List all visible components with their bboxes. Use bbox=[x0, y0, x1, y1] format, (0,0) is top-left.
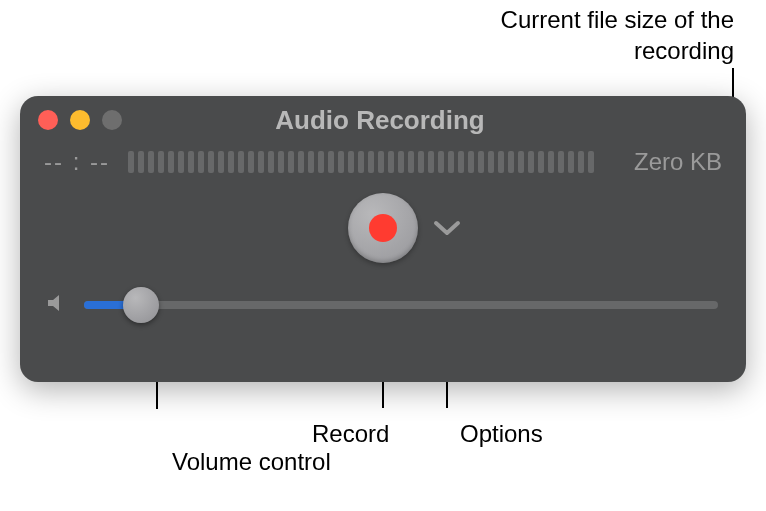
level-bar bbox=[478, 151, 484, 173]
level-bar bbox=[538, 151, 544, 173]
level-bar bbox=[218, 151, 224, 173]
level-bar bbox=[358, 151, 364, 173]
level-bar bbox=[458, 151, 464, 173]
level-bar bbox=[248, 151, 254, 173]
speaker-icon bbox=[44, 291, 68, 319]
level-meter bbox=[128, 150, 616, 174]
titlebar: Audio Recording bbox=[20, 96, 746, 144]
level-bar bbox=[438, 151, 444, 173]
record-button[interactable] bbox=[348, 193, 418, 263]
level-bar bbox=[308, 151, 314, 173]
level-bar bbox=[208, 151, 214, 173]
level-bar bbox=[128, 151, 134, 173]
level-bar bbox=[398, 151, 404, 173]
level-bar bbox=[178, 151, 184, 173]
audio-recording-window: Audio Recording -- : -- Zero KB bbox=[20, 96, 746, 382]
level-bar bbox=[158, 151, 164, 173]
callout-filesize: Current file size of the recording bbox=[454, 4, 734, 66]
level-bar bbox=[338, 151, 344, 173]
level-bar bbox=[408, 151, 414, 173]
info-row: -- : -- Zero KB bbox=[20, 144, 746, 180]
level-bar bbox=[448, 151, 454, 173]
record-icon bbox=[369, 214, 397, 242]
level-bar bbox=[428, 151, 434, 173]
window-title: Audio Recording bbox=[32, 105, 728, 136]
level-bar bbox=[518, 151, 524, 173]
controls-row bbox=[20, 180, 746, 275]
level-bar bbox=[268, 151, 274, 173]
callout-record: Record bbox=[312, 418, 389, 449]
level-bar bbox=[528, 151, 534, 173]
level-bar bbox=[198, 151, 204, 173]
level-bar bbox=[348, 151, 354, 173]
level-bar bbox=[168, 151, 174, 173]
level-bar bbox=[138, 151, 144, 173]
volume-row bbox=[20, 275, 746, 335]
level-bar bbox=[488, 151, 494, 173]
level-bar bbox=[368, 151, 374, 173]
level-bar bbox=[508, 151, 514, 173]
level-bar bbox=[558, 151, 564, 173]
level-bar bbox=[568, 151, 574, 173]
level-bar bbox=[238, 151, 244, 173]
level-bar bbox=[498, 151, 504, 173]
level-bar bbox=[258, 151, 264, 173]
time-display: -- : -- bbox=[44, 148, 110, 176]
level-bar bbox=[328, 151, 334, 173]
volume-slider[interactable] bbox=[84, 287, 718, 323]
level-bar bbox=[188, 151, 194, 173]
callout-volume: Volume control bbox=[172, 446, 331, 477]
level-bar bbox=[588, 151, 594, 173]
level-bar bbox=[288, 151, 294, 173]
level-bar bbox=[148, 151, 154, 173]
level-bar bbox=[418, 151, 424, 173]
slider-thumb[interactable] bbox=[123, 287, 159, 323]
level-bar bbox=[278, 151, 284, 173]
chevron-down-icon bbox=[433, 219, 461, 237]
level-bar bbox=[228, 151, 234, 173]
options-dropdown[interactable] bbox=[433, 219, 461, 237]
level-bar bbox=[578, 151, 584, 173]
slider-rail bbox=[84, 301, 718, 309]
level-bar bbox=[468, 151, 474, 173]
callout-options: Options bbox=[460, 418, 543, 449]
level-bar bbox=[378, 151, 384, 173]
level-bar bbox=[388, 151, 394, 173]
level-bar bbox=[548, 151, 554, 173]
file-size-display: Zero KB bbox=[634, 148, 722, 176]
level-bar bbox=[318, 151, 324, 173]
level-bar bbox=[298, 151, 304, 173]
